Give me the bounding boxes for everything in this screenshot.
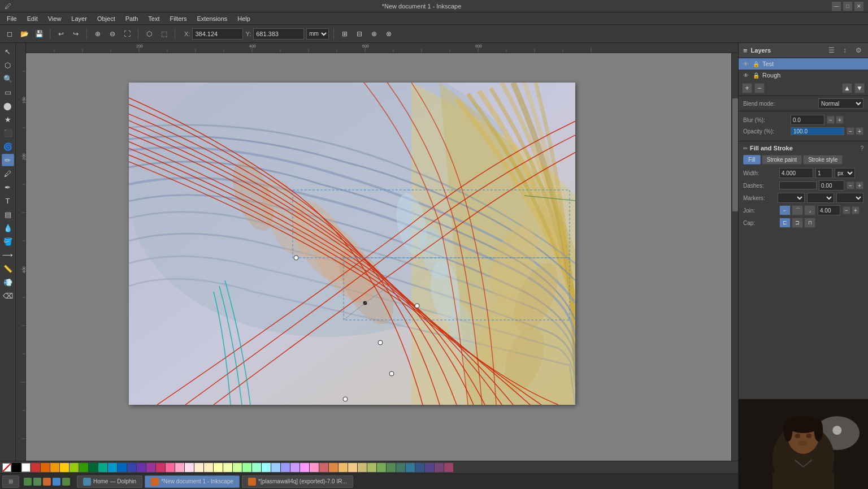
toolbar-align[interactable]: ⬚ [158, 28, 170, 40]
color-olive[interactable] [367, 463, 376, 472]
menu-object[interactable]: Object [93, 14, 120, 23]
toolbar-snap[interactable]: ⊞ [338, 28, 351, 40]
toolbar-save[interactable]: 💾 [33, 28, 45, 40]
color-pale-yellow[interactable] [214, 463, 223, 472]
join-value[interactable] [818, 205, 840, 215]
layer-add-btn[interactable]: + [742, 83, 752, 93]
toolbar-extra1[interactable]: ⊕ [368, 28, 380, 40]
tool-zoom[interactable]: 🔍 [2, 72, 14, 85]
layer-eye-rough[interactable]: 👁 [742, 71, 750, 79]
color-lavender[interactable] [281, 463, 290, 472]
maximize-button[interactable]: □ [843, 2, 852, 11]
cap-square[interactable]: ⊓ [804, 218, 815, 228]
color-green-pale[interactable] [242, 463, 251, 472]
minimize-button[interactable]: — [832, 2, 841, 11]
opacity-minus[interactable]: − [847, 127, 854, 135]
tool-node[interactable]: ⬡ [2, 59, 14, 71]
color-forest[interactable] [387, 463, 396, 472]
tool-calligraphy[interactable]: ✒ [2, 181, 14, 193]
color-pink-pale[interactable] [185, 463, 194, 472]
layer-item-test[interactable]: 👁 🔒 Test [739, 58, 868, 70]
color-green-dark[interactable] [89, 463, 98, 472]
dashes-preview[interactable] [779, 181, 817, 189]
tool-dropper[interactable]: 💧 [2, 222, 14, 234]
color-mauve[interactable] [290, 463, 300, 472]
color-lime-pale[interactable] [223, 463, 232, 472]
dashes-minus[interactable]: − [847, 181, 854, 189]
layers-menu-btn[interactable]: ☰ [826, 45, 836, 55]
canvas-area[interactable]: 200 400 600 800 [16, 43, 738, 489]
color-cyan-pale[interactable] [262, 463, 271, 472]
menu-view[interactable]: View [44, 14, 66, 23]
y-input[interactable] [253, 28, 304, 40]
blur-input[interactable] [791, 115, 824, 125]
color-khaki[interactable] [358, 463, 367, 472]
menu-help[interactable]: Help [233, 14, 255, 23]
color-pink-dark[interactable] [156, 463, 165, 472]
tool-star[interactable]: ★ [2, 113, 14, 126]
color-terra[interactable] [319, 463, 328, 472]
menu-edit[interactable]: Edit [23, 14, 42, 23]
join-plus[interactable]: + [852, 206, 860, 214]
layer-lock-rough[interactable]: 🔒 [752, 71, 760, 79]
menu-path[interactable]: Path [121, 14, 143, 23]
tool-3d[interactable]: ⬛ [2, 127, 14, 139]
layer-remove-btn[interactable]: − [754, 83, 765, 93]
color-purple[interactable] [137, 463, 146, 472]
vertical-scrollbar[interactable] [731, 53, 738, 482]
color-blue[interactable] [118, 463, 127, 472]
color-pink-light[interactable] [175, 463, 184, 472]
no-fill-swatch[interactable] [2, 463, 11, 472]
tab-stroke-paint[interactable]: Stroke paint [762, 155, 802, 165]
color-sand[interactable] [348, 463, 357, 472]
color-tan[interactable] [329, 463, 338, 472]
dashes-plus[interactable]: + [856, 181, 863, 189]
toolbar-zoom-out[interactable]: ⊖ [106, 28, 119, 40]
markers-mid[interactable] [807, 193, 834, 203]
color-sky[interactable] [271, 463, 280, 472]
opacity-plus[interactable]: + [856, 127, 863, 135]
color-gold[interactable] [338, 463, 348, 472]
tool-pencil[interactable]: ✏ [2, 154, 14, 166]
join-bevel[interactable]: ⌟ [804, 205, 815, 215]
tool-eraser[interactable]: ⌫ [2, 289, 14, 302]
join-round[interactable]: ⌒ [792, 205, 803, 215]
tool-connector[interactable]: ⟶ [2, 249, 14, 261]
width-1[interactable] [815, 168, 832, 178]
tool-paint[interactable]: 🪣 [2, 235, 14, 248]
layer-lock-test[interactable]: 🔒 [752, 60, 760, 68]
menu-text[interactable]: Text [144, 14, 164, 23]
color-lime[interactable] [233, 463, 242, 472]
color-steel[interactable] [406, 463, 415, 472]
menu-filters[interactable]: Filters [166, 14, 192, 23]
scrollbar-thumb-v[interactable] [732, 98, 738, 211]
color-black[interactable] [12, 463, 21, 472]
toolbar-redo[interactable]: ↪ [70, 28, 82, 40]
tool-rect[interactable]: ▭ [2, 86, 14, 98]
color-orchid[interactable] [300, 463, 309, 472]
color-plum[interactable] [435, 463, 444, 472]
tab-stroke-style[interactable]: Stroke style [803, 155, 843, 165]
toolbar-node[interactable]: ⬡ [143, 28, 155, 40]
layers-sync-btn[interactable]: ↕ [840, 45, 850, 55]
taskbar-inkscape[interactable]: *New document 1 - Inkscape [145, 475, 240, 488]
tool-gradient[interactable]: ▤ [2, 208, 14, 220]
tool-measure[interactable]: 📏 [2, 262, 14, 275]
unit-select[interactable]: mm px in [306, 28, 329, 40]
toolbar-zoom-fit[interactable]: ⛶ [121, 28, 133, 40]
color-teal-dark[interactable] [396, 463, 405, 472]
tool-ellipse[interactable]: ⬤ [2, 99, 14, 112]
taskbar-exported[interactable]: *[plasmawall4q] (exported)-7.0 IR... [242, 475, 353, 488]
color-mint[interactable] [252, 463, 261, 472]
color-navy[interactable] [415, 463, 424, 472]
blur-minus[interactable]: − [827, 116, 835, 124]
toolbar-extra2[interactable]: ⊗ [383, 28, 395, 40]
color-orange-dark[interactable] [41, 463, 50, 472]
tool-spiral[interactable]: 🌀 [2, 140, 14, 153]
tool-spray[interactable]: 💨 [2, 276, 14, 288]
color-cream[interactable] [204, 463, 213, 472]
toolbar-new[interactable]: ◻ [3, 28, 16, 40]
close-button[interactable]: ✕ [854, 2, 863, 11]
color-rose[interactable] [310, 463, 319, 472]
color-violet[interactable] [146, 463, 155, 472]
